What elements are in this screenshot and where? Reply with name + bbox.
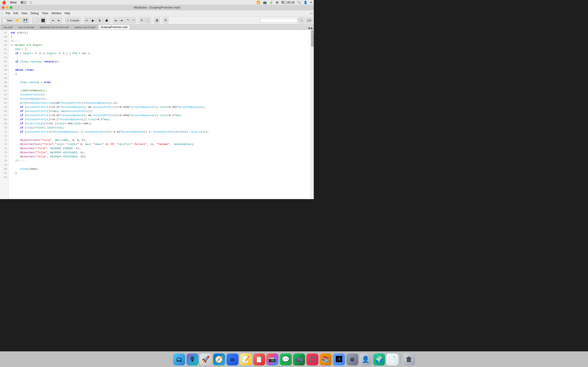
code-line-80[interactable]: Sleep(2000);: [10, 167, 309, 171]
code-line-50[interactable]: // Broker 4/5 digits: [10, 43, 309, 47]
menu-square[interactable]: □: [30, 1, 32, 4]
open-button[interactable]: 📂: [14, 17, 21, 23]
code-line-52[interactable]: if ( Digits == 3 || Digits == 5 ) { ECN …: [10, 51, 309, 56]
new-button[interactable]: 📄 New: [1, 17, 14, 23]
code-line-49[interactable]: //----: [10, 39, 309, 43]
code-line-79[interactable]: [10, 163, 309, 167]
menu-edit[interactable]: Edit: [13, 12, 18, 15]
tab-basket8[interactable]: Basketv8 new format.mq4: [37, 25, 71, 30]
tab-scalping[interactable]: ScalpingProtection.mq4: [98, 25, 130, 30]
apple-menu[interactable]: 🍎: [2, 0, 6, 5]
scroll-track[interactable]: [311, 33, 314, 199]
format-btn[interactable]: ⬜: [32, 17, 39, 23]
search-go-button[interactable]: 🔍: [298, 17, 304, 23]
code-line-77[interactable]: ObjectSet("Title", OBJPROP_YDISTANCE, 15…: [10, 155, 309, 159]
search-input[interactable]: [260, 18, 297, 23]
compile-icon: ✓: [67, 19, 69, 22]
code-line-65[interactable]: if (AccountProfit()>=0.01*AccountBalance…: [10, 105, 309, 109]
code-line-64[interactable]: profit=DoubleToString(100*AccountProfit(…: [10, 101, 309, 105]
code-line-57[interactable]: {: [10, 72, 309, 76]
undo-button[interactable]: ↩: [84, 17, 90, 23]
code-line-74[interactable]: ObjectSetText("Title","lock= "+lock+" $;…: [10, 142, 309, 146]
code-line-70[interactable]: if (trail>=lock) lock=trail;: [10, 126, 309, 130]
code-line-59[interactable]: loop_running = true;: [10, 80, 309, 84]
code-line-51[interactable]: ECN = 1;: [10, 47, 309, 51]
menu-debug[interactable]: Debug: [31, 12, 39, 15]
copy-btn[interactable]: ⧉: [139, 17, 144, 23]
code-line-67[interactable]: if (AccountProfit()>=0.03*AccountBalance…: [10, 113, 309, 117]
code-line-55[interactable]: [10, 64, 309, 68]
run-button[interactable]: ▶: [90, 17, 96, 23]
pause-button[interactable]: ⏸: [96, 17, 103, 23]
outdent-btn[interactable]: ⇤: [56, 17, 62, 23]
code-line-47[interactable]: int start(): [10, 31, 309, 35]
maximize-button[interactable]: [10, 6, 12, 9]
tab-prev-button[interactable]: ◀: [308, 26, 310, 30]
format-btn-2[interactable]: ⬛: [40, 17, 47, 23]
paste-btn[interactable]: 📋: [145, 17, 151, 23]
indent-btn[interactable]: ⇥: [50, 17, 56, 23]
vertical-scrollbar[interactable]: ▲ ▼: [311, 30, 314, 199]
code-line-69[interactable]: if (OrdersTotal()==0) {trail=-999;lock=-…: [10, 122, 309, 126]
undo-icon: ↩: [86, 19, 88, 22]
airplay-icon[interactable]: 📺: [263, 1, 267, 4]
code-line-78[interactable]: //----: [10, 159, 309, 163]
step-over-button[interactable]: ↷: [125, 17, 130, 23]
tab-next-button[interactable]: ▶: [311, 26, 313, 30]
code-line-71[interactable]: if (AccountProfit()>=AccountBalance() ||…: [10, 130, 309, 134]
code-line-54[interactable]: if (loop_running) return(0);: [10, 60, 309, 64]
search-num-button[interactable]: 123: [305, 17, 313, 23]
new-icon: 📄: [2, 19, 6, 22]
search-icon[interactable]: 🔍: [297, 1, 301, 4]
menu-file[interactable]: File: [6, 12, 10, 15]
menu-list-icon[interactable]: ≡: [310, 1, 312, 4]
step-fwd-button[interactable]: ⏭: [119, 17, 125, 23]
toolbar-separator-4: [82, 18, 82, 23]
tab-ma[interactable]: ma.mq4: [1, 25, 15, 30]
menu-tools[interactable]: Tools: [42, 12, 48, 15]
code-line-48[interactable]: {: [10, 35, 309, 39]
window-title: MetaEditor - [ScalpingProtection.mq4]: [134, 6, 180, 9]
code-line-72[interactable]: [10, 134, 309, 138]
code-line-56[interactable]: while (true): [10, 68, 309, 72]
code-line-58[interactable]: [10, 76, 309, 80]
code-line-53[interactable]: [10, 56, 309, 60]
code-line-66[interactable]: if (AccountProfit()>=max) max=AccountPro…: [10, 109, 309, 113]
menu-wine[interactable]: Wine: [10, 1, 17, 4]
tab-core5[interactable]: core 5 ea.mq4: [16, 25, 37, 30]
code-line-81[interactable]: }: [10, 171, 309, 175]
minimize-button[interactable]: [6, 6, 9, 9]
save-button[interactable]: 💾: [22, 17, 29, 23]
settings-btn[interactable]: ⚙: [163, 17, 168, 23]
menu-view[interactable]: View: [21, 12, 27, 15]
code-line-61[interactable]: //RefreshRates();: [10, 89, 309, 93]
scroll-up-button[interactable]: ▲: [311, 30, 314, 33]
menu-window[interactable]: 窗口: [20, 0, 26, 5]
image-btn[interactable]: 🖼: [154, 17, 160, 23]
code-line-68[interactable]: if (AccountProfit()>=0.1*AccountBalance(…: [10, 117, 309, 122]
close-button[interactable]: [2, 6, 5, 9]
battery-icon[interactable]: 🔋: [269, 1, 273, 4]
pause-icon: ⏸: [98, 19, 101, 22]
menu-help[interactable]: Help: [65, 12, 70, 15]
menu-window2[interactable]: Window: [52, 12, 61, 15]
tab-basketcore5[interactable]: basket core 5.mq4: [72, 25, 98, 30]
code-line-82[interactable]: [10, 175, 309, 179]
code-line-76[interactable]: ObjectSet("Title", OBJPROP_XDISTANCE, 4)…: [10, 150, 309, 155]
step-back-button[interactable]: ⏮: [113, 17, 119, 23]
icon-toolbar: 📄 New 📂 💾 ⬜ ⬛ ⇥ ⇤ ✓ Compile ↩: [0, 17, 314, 24]
grid-icon[interactable]: ⊞: [276, 1, 278, 4]
code-line-73[interactable]: ObjectCreate("Title", OBJ_LABEL, 0, 0, 0…: [10, 138, 309, 142]
user-icon[interactable]: 👤: [304, 1, 307, 4]
code-line-62[interactable]: AccountProfit();: [10, 93, 309, 97]
code-line-75[interactable]: ObjectSet("Title", OBJPROP_CORNER, 4);: [10, 146, 309, 150]
step-out-button[interactable]: ↗: [131, 17, 136, 23]
compile-button[interactable]: ✓ Compile: [65, 17, 81, 23]
toolbar-separator-6: [138, 18, 138, 23]
code-area[interactable]: int start(){//----// Broker 4/5 digits E…: [9, 30, 311, 199]
stop-button[interactable]: ⏹: [103, 17, 110, 23]
scroll-thumb[interactable]: [311, 33, 314, 47]
code-line-60[interactable]: [10, 84, 309, 89]
wifi-icon[interactable]: 📶: [257, 1, 260, 4]
code-line-63[interactable]: AccountBalance();: [10, 97, 309, 101]
